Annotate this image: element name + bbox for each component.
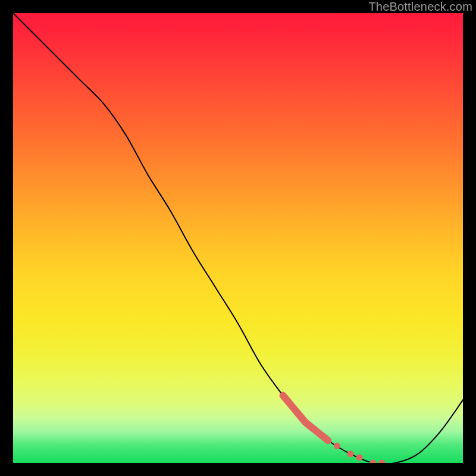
highlight-dot: [378, 460, 385, 464]
bottleneck-curve: [13, 13, 463, 463]
highlight-dot: [369, 460, 376, 464]
highlight-dot: [356, 454, 363, 461]
highlight-segment: [283, 396, 328, 441]
watermark-label: TheBottleneck.com: [368, 0, 472, 14]
highlight-dots: [334, 443, 386, 463]
chart-svg: [13, 13, 463, 463]
outer-frame: TheBottleneck.com: [0, 0, 476, 476]
highlight-dot: [334, 443, 340, 449]
plot-area: [13, 13, 463, 463]
highlight-dot: [347, 450, 354, 457]
